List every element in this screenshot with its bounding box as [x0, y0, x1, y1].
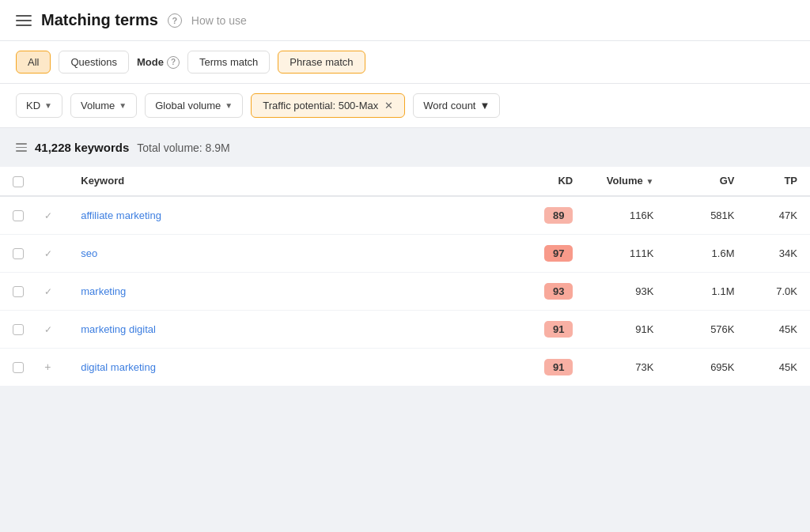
row-icon-cell: + — [41, 348, 68, 386]
row-checkbox-cell — [0, 348, 41, 386]
row-tp-cell: 47K — [748, 196, 810, 235]
select-all-checkbox[interactable] — [13, 176, 24, 187]
keywords-count: 41,228 keywords — [35, 141, 129, 154]
row-checkbox-cell — [0, 310, 41, 348]
row-volume-cell: 111K — [585, 234, 666, 272]
questions-filter-button[interactable]: Questions — [59, 51, 129, 74]
row-gv-cell: 576K — [666, 310, 747, 348]
summary-row: 41,228 keywords Total volume: 8.9M — [0, 128, 810, 167]
volume-dropdown-arrow: ▼ — [119, 101, 127, 110]
header-kd[interactable]: KD — [513, 167, 585, 196]
table-header-row: Keyword KD Volume ▼ GV TP — [0, 167, 810, 196]
row-gv-cell: 581K — [666, 196, 747, 235]
row-tp-cell: 7.0K — [748, 272, 810, 310]
row-kd-cell: 97 — [513, 234, 585, 272]
volume-sort-arrow: ▼ — [645, 177, 653, 186]
row-kd-cell: 91 — [513, 348, 585, 386]
row-kd-cell: 93 — [513, 272, 585, 310]
row-checkbox-cell — [0, 272, 41, 310]
row-volume-cell: 116K — [585, 196, 666, 235]
row-checkbox[interactable] — [13, 248, 24, 259]
total-volume: Total volume: 8.9M — [137, 141, 230, 154]
row-checkbox-cell — [0, 234, 41, 272]
header-gv[interactable]: GV — [666, 167, 747, 196]
col-filters: KD ▼ Volume ▼ Global volume ▼ Traffic po… — [0, 84, 810, 128]
row-icon-cell: ✓ — [41, 310, 68, 348]
terms-match-button[interactable]: Terms match — [187, 51, 270, 74]
row-gv-cell: 695K — [666, 348, 747, 386]
volume-filter-button[interactable]: Volume ▼ — [70, 93, 137, 118]
row-icon-cell: ✓ — [41, 272, 68, 310]
mode-help-icon[interactable]: ? — [167, 56, 180, 69]
row-keyword-cell: digital marketing — [68, 348, 513, 386]
summary-icon — [16, 143, 27, 152]
row-tp-cell: 34K — [748, 234, 810, 272]
header: Matching terms ? How to use — [0, 0, 810, 41]
header-volume[interactable]: Volume ▼ — [585, 167, 666, 196]
keywords-table: Keyword KD Volume ▼ GV TP — [0, 167, 810, 387]
kd-badge: 89 — [544, 207, 573, 224]
header-keyword: Keyword — [68, 167, 513, 196]
kd-badge: 97 — [544, 245, 573, 262]
row-volume-cell: 93K — [585, 272, 666, 310]
row-keyword-cell: seo — [68, 234, 513, 272]
row-tp-cell: 45K — [748, 348, 810, 386]
keyword-link[interactable]: seo — [81, 247, 97, 259]
table-row: ✓ seo 97 111K 1.6M 34K — [0, 234, 810, 272]
keyword-link[interactable]: marketing digital — [81, 323, 156, 335]
plus-icon: + — [44, 360, 51, 373]
row-kd-cell: 89 — [513, 196, 585, 235]
mode-label: Mode ? — [137, 56, 180, 69]
row-icon-cell: ✓ — [41, 234, 68, 272]
how-to-use-link[interactable]: How to use — [191, 14, 247, 27]
table-row: ✓ marketing 93 93K 1.1M 7.0K — [0, 272, 810, 310]
row-tp-cell: 45K — [748, 310, 810, 348]
page-title: Matching terms — [41, 11, 158, 29]
word-count-filter-button[interactable]: Word count ▼ — [413, 93, 500, 118]
traffic-filter-close[interactable]: ✕ — [384, 100, 393, 111]
row-icon-cell: ✓ — [41, 196, 68, 235]
row-checkbox[interactable] — [13, 286, 24, 297]
header-tp[interactable]: TP — [748, 167, 810, 196]
row-gv-cell: 1.1M — [666, 272, 747, 310]
row-gv-cell: 1.6M — [666, 234, 747, 272]
row-volume-cell: 73K — [585, 348, 666, 386]
global-volume-filter-button[interactable]: Global volume ▼ — [145, 93, 243, 118]
filter-bar: All Questions Mode ? Terms match Phrase … — [0, 41, 810, 84]
traffic-potential-filter[interactable]: Traffic potential: 500-Max ✕ — [251, 93, 405, 118]
keywords-table-container: Keyword KD Volume ▼ GV TP — [0, 167, 810, 387]
table-row: ✓ marketing digital 91 91K 576K 45K — [0, 310, 810, 348]
row-checkbox-cell — [0, 196, 41, 235]
kd-filter-button[interactable]: KD ▼ — [16, 93, 62, 118]
keyword-link[interactable]: marketing — [81, 285, 126, 297]
check-icon: ✓ — [44, 210, 52, 221]
global-volume-dropdown-arrow: ▼ — [225, 101, 233, 110]
row-kd-cell: 91 — [513, 310, 585, 348]
row-checkbox[interactable] — [13, 362, 24, 373]
row-keyword-cell: affiliate marketing — [68, 196, 513, 235]
header-icon-col — [41, 167, 68, 196]
row-keyword-cell: marketing — [68, 272, 513, 310]
row-volume-cell: 91K — [585, 310, 666, 348]
help-icon[interactable]: ? — [168, 13, 182, 28]
kd-badge: 91 — [544, 359, 573, 375]
word-count-dropdown-arrow: ▼ — [479, 100, 490, 111]
hamburger-icon[interactable] — [16, 15, 32, 26]
keyword-link[interactable]: affiliate marketing — [81, 209, 161, 221]
all-filter-button[interactable]: All — [16, 51, 51, 74]
kd-badge: 91 — [544, 321, 573, 338]
row-keyword-cell: marketing digital — [68, 310, 513, 348]
page-wrapper: Matching terms ? How to use All Question… — [0, 0, 810, 532]
table-row: ✓ affiliate marketing 89 116K 581K 47K — [0, 196, 810, 235]
kd-badge: 93 — [544, 283, 573, 300]
row-checkbox[interactable] — [13, 210, 24, 221]
check-icon: ✓ — [44, 324, 52, 335]
check-icon: ✓ — [44, 286, 52, 297]
header-checkbox-col — [0, 167, 41, 196]
keyword-link[interactable]: digital marketing — [81, 361, 156, 373]
table-row: + digital marketing 91 73K 695K 45K — [0, 348, 810, 386]
row-checkbox[interactable] — [13, 324, 24, 335]
phrase-match-button[interactable]: Phrase match — [278, 51, 365, 74]
kd-dropdown-arrow: ▼ — [44, 101, 52, 110]
check-icon: ✓ — [44, 248, 52, 259]
